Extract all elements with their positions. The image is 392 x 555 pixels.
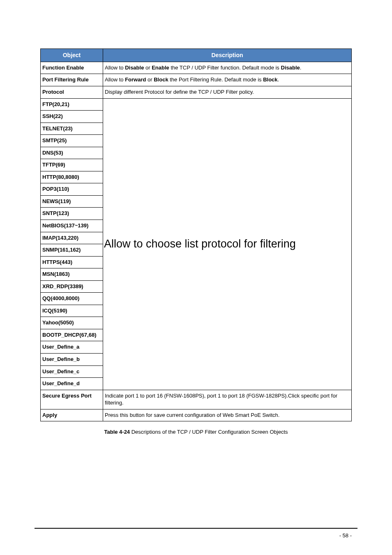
protocol-cell: BOOTP_DHCP(67,68) (41, 329, 103, 341)
description-cell: Indicate port 1 to port 16 (FNSW-1608PS)… (103, 390, 352, 409)
protocol-cell: DNS(53) (41, 147, 103, 159)
protocol-cell: QQ(4000,8000) (41, 293, 103, 305)
protocol-cell: POP3(110) (41, 183, 103, 196)
header-description: Description (103, 49, 352, 62)
description-cell: Allow to Forward or Block the Port Filte… (103, 74, 352, 86)
caption-rest: Descriptions of the TCP / UDP Filter Con… (130, 429, 288, 435)
protocol-cell: SSH(22) (41, 111, 103, 123)
protocol-cell: User_Define_a (41, 341, 103, 354)
protocol-cell: HTTPS(443) (41, 256, 103, 268)
table-row: Function EnableAllow to Disable or Enabl… (41, 62, 352, 74)
protocol-cell: TFTP(69) (41, 159, 103, 171)
protocol-cell: TELNET(23) (41, 123, 103, 135)
description-cell: Display different Protocol for define th… (103, 86, 352, 98)
table-row: Secure Egress PortIndicate port 1 to por… (41, 390, 352, 409)
protocol-cell: NEWS(119) (41, 195, 103, 208)
protocol-cell: SNTP(123) (41, 208, 103, 220)
protocol-cell: User_Define_c (41, 365, 103, 378)
page-content: ObjectDescriptionFunction EnableAllow to… (0, 0, 392, 435)
protocol-cell: SNMP(161,162) (41, 244, 103, 257)
object-cell: Port Filtering Rule (41, 74, 103, 86)
object-cell: Function Enable (41, 62, 103, 74)
table-caption: Table 4-24 Descriptions of the TCP / UDP… (40, 429, 352, 435)
footer-rule (35, 528, 357, 529)
protocol-cell: Yahoo(5050) (41, 317, 103, 329)
description-cell: Press this button for save current confi… (103, 409, 352, 421)
protocol-cell: User_Define_d (41, 378, 103, 390)
config-table: ObjectDescriptionFunction EnableAllow to… (40, 49, 352, 421)
protocol-cell: NetBIOS(137~139) (41, 220, 103, 232)
object-cell: Secure Egress Port (41, 390, 103, 409)
table-row: FTP(20,21)Allow to choose list protocol … (41, 98, 352, 111)
header-object: Object (41, 49, 103, 62)
protocol-cell: HTTP(80,8080) (41, 171, 103, 183)
description-cell: Allow to Disable or Enable the TCP / UDP… (103, 62, 352, 74)
object-cell: Protocol (41, 86, 103, 98)
protocol-cell: ICQ(5190) (41, 305, 103, 317)
table-row: ProtocolDisplay different Protocol for d… (41, 86, 352, 98)
protocol-cell: User_Define_b (41, 354, 103, 366)
protocol-cell: SMTP(25) (41, 135, 103, 147)
object-cell: Apply (41, 409, 103, 421)
protocol-description: Allow to choose list protocol for filter… (103, 98, 352, 390)
table-row: Port Filtering RuleAllow to Forward or B… (41, 74, 352, 86)
protocol-cell: XRD_RDP(3389) (41, 280, 103, 293)
page-number: - 58 - (339, 532, 352, 539)
table-row: ApplyPress this button for save current … (41, 409, 352, 421)
protocol-cell: FTP(20,21) (41, 98, 103, 111)
protocol-cell: IMAP(143,220) (41, 232, 103, 244)
protocol-cell: MSN(1863) (41, 268, 103, 281)
caption-bold: Table 4-24 (104, 429, 130, 435)
